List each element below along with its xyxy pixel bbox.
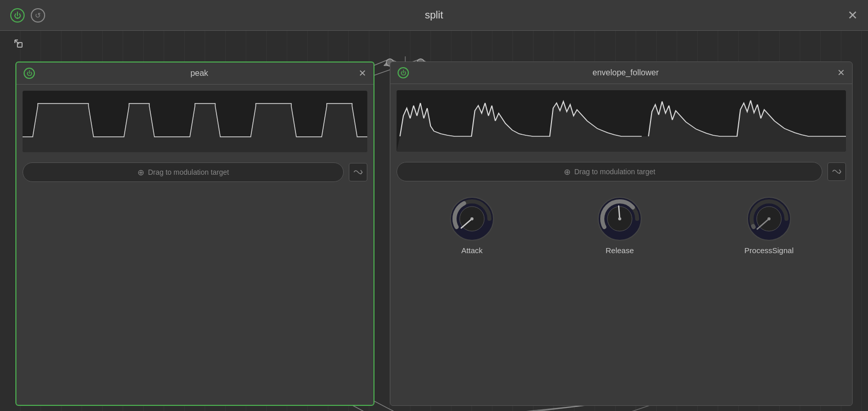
svg-point-29 bbox=[470, 217, 474, 220]
attack-knob[interactable] bbox=[449, 196, 495, 242]
export-button[interactable] bbox=[10, 35, 27, 52]
envelope-power-icon: ⏻ bbox=[401, 70, 406, 76]
envelope-waveform-svg bbox=[397, 90, 846, 152]
undo-button[interactable]: ↺ bbox=[31, 8, 45, 23]
envelope-mod-link-button[interactable] bbox=[827, 162, 846, 181]
envelope-panel-header: ⏻ envelope_follower ✕ bbox=[390, 62, 852, 84]
envelope-mod-link-icon bbox=[832, 167, 842, 177]
peak-panel-title: peak bbox=[40, 69, 359, 78]
peak-power-button[interactable]: ⏻ bbox=[24, 68, 35, 79]
peak-power-icon: ⏻ bbox=[27, 70, 32, 76]
processsignal-knob-item: ProcessSignal bbox=[744, 196, 794, 255]
envelope-drag-mod-button[interactable]: ⊕ Drag to modulation target bbox=[397, 162, 822, 181]
peak-panel: ⏻ peak ✕ bbox=[15, 61, 374, 406]
envelope-knobs-row: Attack bbox=[390, 186, 852, 265]
release-knob-label: Release bbox=[606, 246, 634, 255]
peak-close-button[interactable]: ✕ bbox=[359, 68, 366, 79]
envelope-drag-mod-label: Drag to modulation target bbox=[575, 168, 656, 176]
svg-point-35 bbox=[618, 217, 621, 220]
peak-crosshair-icon: ⊕ bbox=[137, 168, 144, 177]
peak-panel-header: ⏻ peak ✕ bbox=[16, 63, 373, 85]
envelope-power-button[interactable]: ⏻ bbox=[398, 67, 409, 78]
svg-point-41 bbox=[767, 217, 771, 220]
main-close-button[interactable]: ✕ bbox=[847, 8, 858, 23]
release-knob[interactable] bbox=[597, 196, 643, 242]
content-area: ⏻ peak ✕ bbox=[0, 56, 868, 411]
processsignal-knob-label: ProcessSignal bbox=[744, 246, 794, 255]
peak-drag-mod-button[interactable]: ⊕ Drag to modulation target bbox=[23, 162, 344, 182]
envelope-waveform-display bbox=[397, 90, 846, 152]
power-icon: ⏻ bbox=[14, 11, 21, 19]
attack-knob-label: Attack bbox=[461, 246, 483, 255]
peak-waveform-svg bbox=[23, 91, 367, 152]
window-title: split bbox=[425, 9, 443, 21]
attack-knob-item: Attack bbox=[449, 196, 495, 255]
envelope-panel-title: envelope_follower bbox=[414, 68, 837, 77]
processsignal-knob[interactable] bbox=[746, 196, 792, 242]
release-knob-item: Release bbox=[597, 196, 643, 255]
envelope-panel: ⏻ envelope_follower ✕ bbox=[390, 61, 853, 406]
envelope-crosshair-icon: ⊕ bbox=[564, 167, 570, 177]
main-window: ⏻ ↺ split ✕ bbox=[0, 0, 868, 411]
peak-mod-link-button[interactable] bbox=[349, 163, 367, 181]
main-power-button[interactable]: ⏻ bbox=[10, 8, 25, 23]
envelope-drag-mod-row: ⊕ Drag to modulation target bbox=[390, 158, 852, 186]
envelope-close-button[interactable]: ✕ bbox=[837, 67, 845, 78]
undo-icon: ↺ bbox=[35, 11, 41, 19]
modules-container: ⏻ peak ✕ bbox=[15, 61, 853, 406]
toolbar-row bbox=[0, 31, 868, 56]
peak-drag-mod-label: Drag to modulation target bbox=[148, 168, 229, 176]
title-bar: ⏻ ↺ split ✕ bbox=[0, 0, 868, 31]
peak-drag-mod-row: ⊕ Drag to modulation target bbox=[16, 158, 373, 186]
peak-waveform-display bbox=[23, 91, 367, 152]
peak-mod-link-icon bbox=[353, 167, 363, 177]
title-bar-left: ⏻ ↺ bbox=[10, 8, 45, 23]
